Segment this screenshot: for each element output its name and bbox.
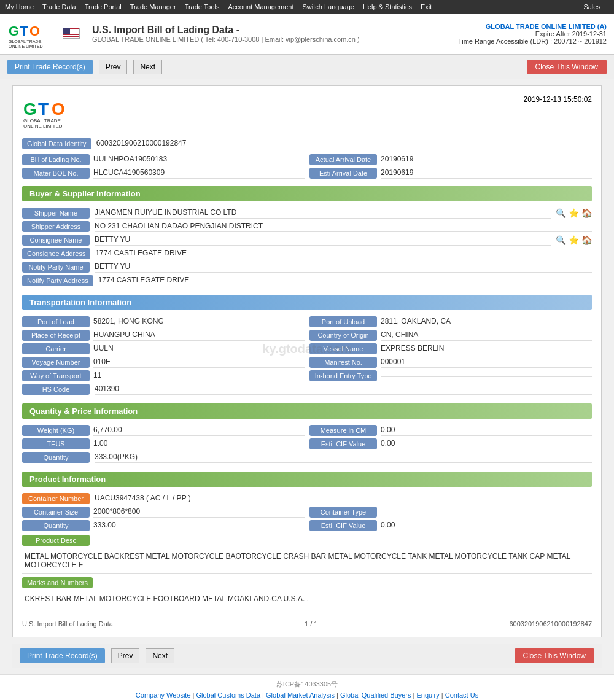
port-row: Port of Load 58201, HONG KONG Port of Un… [22,316,592,327]
nav-switch-language[interactable]: Switch Language [303,3,354,10]
close-button-bottom[interactable]: Close This Window [515,648,594,663]
carrier-vessel-row: Carrier UULN Vessel Name EXPRESS BERLIN … [22,343,592,354]
carrier-label: Carrier [22,343,90,354]
container-size-label: Container Size [22,507,90,518]
nav-help-statistics[interactable]: Help & Statistics [363,3,412,10]
nav-trade-portal[interactable]: Trade Portal [85,3,122,10]
weight-label: Weight (KG) [22,425,90,436]
mater-bol-value: HLCUCA4190560309 [93,168,305,179]
main-content: G T O GLOBAL TRADE ONLINE LIMITED 2019-1… [0,79,614,674]
action-bar-bottom: Print Trade Record(s) Prev Next Close Th… [12,644,602,668]
notify-party-name-row: Notify Party Name BETTY YU [22,262,592,273]
consignee-address-value: 1774 CASTLEGATE DRIVE [95,249,592,259]
next-button-top[interactable]: Next [133,60,162,74]
buyer-supplier-section: Buyer & Supplier Information Shipper Nam… [22,186,592,286]
prev-button-bottom[interactable]: Prev [111,648,140,663]
header-bar: G T O GLOBAL TRADE ONLINE LIMITED [0,14,614,55]
way-of-transport-value: 11 [93,371,305,381]
product-desc-label: Product Desc [22,535,90,546]
container-size-type-row: Container Size 2000*806*800 Container Ty… [22,507,592,518]
footer-contact-us[interactable]: Contact Us [445,691,478,699]
print-button-top[interactable]: Print Trade Record(s) [7,60,93,74]
svg-rect-12 [63,28,70,34]
shipper-address-value: NO 231 CHAOLIAN DADAO PENGJIAN DISTRICT [95,222,592,232]
teus-cif-row: TEUS 1.00 Esti. CIF Value 0.00 [22,438,592,449]
next-button-bottom[interactable]: Next [146,648,174,663]
container-number-value: UACU3947438 ( AC / L / PP ) [95,494,592,504]
container-type-value [381,511,592,513]
shipper-name-row: Shipper Name JIANGMEN RUIYUE INDUSTRIAL … [22,208,592,219]
product-section: Product Information Container Number UAC… [22,472,592,607]
country-of-origin-label: Country of Origin [309,330,377,341]
prev-button-top[interactable]: Prev [99,60,128,74]
bol-row: Bill of Lading No. UULNHPOA19050183 Actu… [22,154,592,165]
weight-value: 6,770.00 [93,426,305,436]
svg-text:GLOBAL TRADE: GLOBAL TRADE [9,39,42,44]
quantity-value: 333.00(PKG) [95,453,592,463]
product-qty-cif-row: Quantity 333.00 Esti. CIF Value 0.00 [22,520,592,531]
carrier-value: UULN [93,344,305,354]
product-esti-cif-label: Esti. CIF Value [309,520,377,531]
place-country-row: Place of Receipt HUANGPU CHINA Country o… [22,330,592,341]
svg-text:T: T [20,23,28,39]
container-type-label: Container Type [309,507,377,518]
port-of-load-value: 58201, HONG KONG [93,317,305,327]
footer-enquiry[interactable]: Enquiry [416,691,439,699]
consignee-search-icon[interactable]: 🔍 [556,235,566,245]
esti-cif-label: Esti. CIF Value [309,438,377,449]
footer-global-buyers[interactable]: Global Qualified Buyers [340,691,411,699]
doc-timestamp: 2019-12-13 15:50:02 [524,95,592,104]
footer-global-customs[interactable]: Global Customs Data [196,691,261,699]
shipper-address-label: Shipper Address [22,221,90,232]
nav-exit[interactable]: Exit [421,3,432,10]
notify-party-name-value: BETTY YU [95,262,592,273]
footer-global-market[interactable]: Global Market Analysis [266,691,335,699]
mater-bol-label: Mater BOL No. [22,168,90,179]
notify-party-address-row: Notify Party Address 1774 CASTLEGATE DRI… [22,275,592,286]
nav-sales[interactable]: Sales [583,3,600,10]
consignee-star-icon[interactable]: ⭐ [569,235,579,245]
esti-arrival-value: 20190619 [381,168,592,179]
mater-bol-row: Mater BOL No. HLCUCA4190560309 Esti Arri… [22,168,592,179]
shipper-star-icon[interactable]: ⭐ [569,208,579,218]
hs-code-value: 401390 [95,384,592,395]
container-number-label: Container Number [22,493,90,504]
shipper-home-icon[interactable]: 🏠 [581,208,592,218]
teus-value: 1.00 [93,439,305,449]
nav-trade-data[interactable]: Trade Data [42,3,76,10]
flag-area[interactable] [63,28,80,41]
footer-company-website[interactable]: Company Website [136,691,191,699]
nav-trade-tools[interactable]: Trade Tools [185,3,220,10]
transportation-header: Transportation Information [22,295,592,310]
header-company-info: GLOBAL TRADE ONLINE LIMITED ( Tel: 400-7… [92,36,360,43]
product-header: Product Information [22,472,592,487]
notify-party-name-label: Notify Party Name [22,262,90,273]
nav-my-home[interactable]: My Home [5,3,34,10]
actual-arrival-label: Actual Arrival Date [309,154,377,165]
consignee-name-row: Consignee Name BETTY YU 🔍 ⭐ 🏠 [22,235,592,246]
actual-arrival-value: 20190619 [381,155,592,165]
transportation-section: Transportation Information Port of Load … [22,295,592,395]
consignee-home-icon[interactable]: 🏠 [581,235,592,245]
voyage-manifest-row: Voyage Number 010E Manifest No. 000001 [22,357,592,368]
account-name: GLOBAL TRADE ONLINE LIMITED (A) [458,23,607,30]
close-button-top[interactable]: Close This Window [527,60,607,74]
weight-measure-row: Weight (KG) 6,770.00 Measure in CM 0.00 [22,425,592,436]
place-of-receipt-label: Place of Receipt [22,330,90,341]
page-title: U.S. Import Bill of Lading Data - [92,25,360,36]
marks-label: Marks and Numbers [22,577,93,588]
svg-text:ONLINE LIMITED: ONLINE LIMITED [23,123,63,129]
quantity-price-header: Quantity & Price Information [22,403,592,419]
nav-account-management[interactable]: Account Management [228,3,294,10]
print-button-bottom[interactable]: Print Trade Record(s) [20,648,105,663]
hs-code-label: HS Code [22,384,90,395]
shipper-name-value: JIANGMEN RUIYUE INDUSTRIAL CO LTD [95,208,551,219]
product-desc-value: METAL MOTORCYCLE BACKREST METAL MOTORCYC… [22,548,592,574]
manifest-no-value: 000001 [381,357,592,368]
shipper-search-icon[interactable]: 🔍 [556,208,566,218]
nav-trade-manager[interactable]: Trade Manager [130,3,176,10]
icp-number: 苏ICP备14033305号 [12,680,602,689]
svg-text:T: T [38,99,49,119]
quantity-row: Quantity 333.00(PKG) [22,452,592,463]
shipper-address-row: Shipper Address NO 231 CHAOLIAN DADAO PE… [22,221,592,232]
